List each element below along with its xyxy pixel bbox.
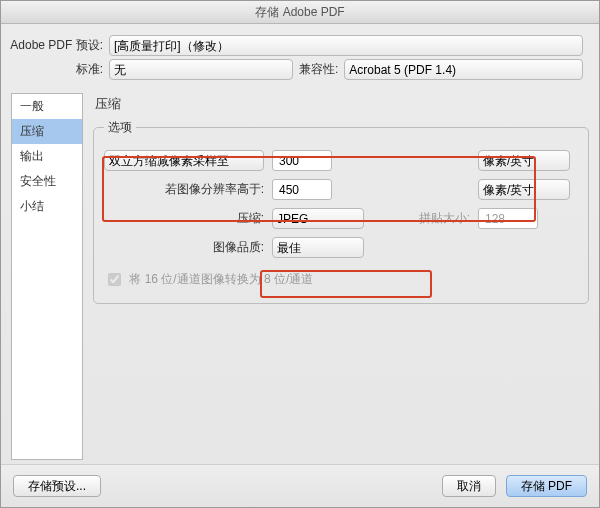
standard-label: 标准:	[1, 61, 109, 78]
ppi-unit-select-1[interactable]: 像素/英寸	[478, 150, 570, 171]
if-above-label: 若图像分辨率高于:	[104, 181, 264, 198]
preset-select[interactable]: [高质量打印]（修改）	[109, 35, 583, 56]
options-legend: 选项	[104, 119, 136, 136]
quality-select[interactable]: 最佳	[272, 237, 364, 258]
preset-label: Adobe PDF 预设:	[1, 37, 109, 54]
compat-select[interactable]: Acrobat 5 (PDF 1.4)	[344, 59, 583, 80]
compat-label: 兼容性:	[293, 61, 344, 78]
save-pdf-button[interactable]: 存储 PDF	[506, 475, 587, 497]
sidebar-item-output[interactable]: 输出	[12, 144, 82, 169]
tile-size-input	[478, 208, 538, 229]
dialog-save-adobe-pdf: 存储 Adobe PDF Adobe PDF 预设: [高质量打印]（修改） 标…	[0, 0, 600, 508]
options-group: 选项 双立方缩减像素采样至 像素/英寸 若图像分辨率高于:	[93, 119, 589, 304]
sidebar-item-compression[interactable]: 压缩	[12, 119, 82, 144]
sidebar-item-summary[interactable]: 小结	[12, 194, 82, 219]
sidebar: 一般 压缩 输出 安全性 小结	[11, 93, 83, 460]
sidebar-item-security[interactable]: 安全性	[12, 169, 82, 194]
convert-16bit-row: 将 16 位/通道图像转换为 8 位/通道	[104, 270, 578, 289]
convert-16bit-label: 将 16 位/通道图像转换为 8 位/通道	[129, 272, 313, 286]
sidebar-item-general[interactable]: 一般	[12, 94, 82, 119]
footer: 存储预设... 取消 存储 PDF	[1, 464, 599, 507]
downsample-ppi-input[interactable]	[272, 150, 332, 171]
section-title: 压缩	[95, 95, 589, 113]
downsample-method-select[interactable]: 双立方缩减像素采样至	[104, 150, 264, 171]
main-panel: 压缩 选项 双立方缩减像素采样至 像素/英寸 若图像分辨率高于:	[83, 89, 599, 464]
ppi-unit-select-2[interactable]: 像素/英寸	[478, 179, 570, 200]
cancel-button[interactable]: 取消	[442, 475, 496, 497]
standard-select[interactable]: 无	[109, 59, 293, 80]
window-title: 存储 Adobe PDF	[1, 1, 599, 24]
compress-select[interactable]: JPEG	[272, 208, 364, 229]
quality-label: 图像品质:	[104, 239, 264, 256]
save-preset-button[interactable]: 存储预设...	[13, 475, 101, 497]
if-above-ppi-input[interactable]	[272, 179, 332, 200]
convert-16bit-checkbox	[108, 273, 121, 286]
header-controls: Adobe PDF 预设: [高质量打印]（修改） 标准: 无 兼容性: Acr…	[1, 24, 599, 89]
tile-size-label: 拼贴大小:	[410, 210, 470, 227]
compress-label: 压缩:	[104, 210, 264, 227]
